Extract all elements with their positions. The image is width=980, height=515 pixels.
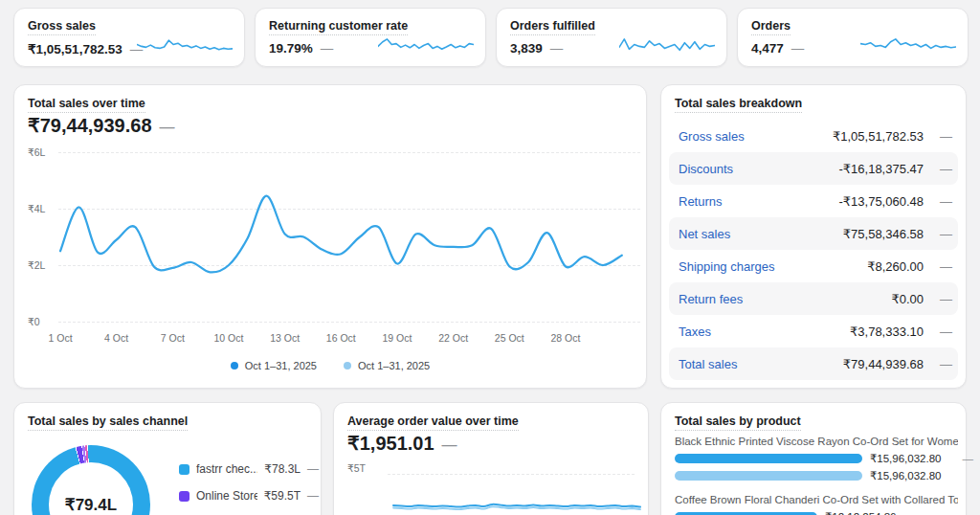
aov-delta: — [442,437,457,453]
gridline [388,474,635,475]
breakdown-row-delta: — [924,259,952,274]
total-sales-line-chart [58,145,640,336]
kpi-title[interactable]: Gross sales [28,19,96,35]
breakdown-row-delta: — [924,194,952,209]
sparkline-chart [860,33,956,57]
product-item: Coffee Brown Floral Chanderi Co-Ord Set … [675,494,958,515]
channel-legend: fastrr chec... ₹78.3L — Online Store ₹59… [179,462,319,515]
product-bar [675,471,862,481]
legend-item[interactable]: Oct 1–31, 2025 [231,360,317,371]
kpi-card: Returning customer rate 19.79%— [255,8,486,67]
legend-swatch [179,464,189,475]
breakdown-title[interactable]: Total sales breakdown [675,97,802,113]
legend-label: Oct 1–31, 2025 [245,360,317,371]
legend-swatch [179,491,189,502]
product-panel: Total sales by product Black Ethnic Prin… [660,402,967,515]
channel-title[interactable]: Total sales by sales channel [28,414,188,431]
y-tick-label: ₹2L [28,259,45,271]
breakdown-panel: Total sales breakdown Gross sales ₹1,05,… [660,84,967,389]
total-sales-delta: — [160,119,175,135]
kpi-delta: — [791,41,805,56]
breakdown-row-value: ₹8,260.00 [867,259,924,274]
breakdown-row-link[interactable]: Net sales [679,227,730,241]
kpi-card: Orders fulfilled 3,839— [496,8,727,67]
donut-center-value: ₹79.4L [65,495,117,515]
product-title[interactable]: Total sales by product [675,414,801,431]
product-name: Coffee Brown Floral Chanderi Co-Ord Set … [675,494,958,505]
breakdown-rows: Gross sales ₹1,05,51,782.53 — Discounts … [669,120,958,380]
kpi-delta: — [550,41,564,56]
product-bar-row: ₹12,12,254.86— [675,510,958,515]
breakdown-row-link[interactable]: Discounts [679,162,733,176]
legend-label: fastrr chec... [196,462,257,476]
product-item: Black Ethnic Printed Viscose Rayon Co-Or… [675,436,958,482]
product-bar-value: ₹15,96,032.80 [870,469,941,482]
breakdown-row-value: -₹13,75,060.48 [838,194,924,209]
kpi-card: Gross sales ₹1,05,51,782.53— [13,8,245,67]
total-sales-value: ₹79,44,939.68 [28,115,152,136]
sparkline-chart [378,33,474,57]
breakdown-row-link[interactable]: Total sales [679,357,737,371]
analytics-dashboard: Gross sales ₹1,05,51,782.53— Returning c… [0,0,980,515]
breakdown-row-value: ₹79,44,939.68 [843,357,924,371]
aov-value: ₹1,951.01 [347,433,434,454]
chart-legend: Oct 1–31, 2025Oct 1–31, 2025 [14,360,646,371]
product-bar-row: ₹15,96,032.80— [675,452,958,465]
legend-value: ₹59.5T [264,489,301,503]
breakdown-row-delta: — [924,357,952,371]
channel-legend-item[interactable]: Online Store ₹59.5T — [179,489,319,503]
breakdown-row-delta: — [924,129,952,144]
breakdown-row-link[interactable]: Shipping charges [679,259,774,274]
aov-panel: Average order value over time ₹1,951.01—… [333,402,649,515]
y-tick-label: ₹6L [28,146,45,158]
legend-item[interactable]: Oct 1–31, 2025 [344,360,430,371]
breakdown-row-delta: — [924,325,952,339]
breakdown-row-value: -₹16,18,375.47 [838,162,924,176]
product-bar [675,454,862,463]
sparkline-chart [137,33,233,57]
product-bar-delta: — [962,453,973,464]
breakdown-row: Return fees ₹0.00 — [669,282,958,315]
breakdown-row: Shipping charges ₹8,260.00 — [669,250,958,282]
product-bar-value: ₹12,12,254.86 [825,510,896,515]
breakdown-row: Net sales ₹75,58,346.58 — [669,217,958,250]
breakdown-row-link[interactable]: Returns [679,194,723,209]
legend-label: Oct 1–31, 2025 [358,360,430,371]
product-list: Black Ethnic Printed Viscose Rayon Co-Or… [675,436,958,515]
y-tick-label: ₹4L [28,203,45,214]
kpi-title[interactable]: Orders fulfilled [510,19,595,35]
breakdown-row-link[interactable]: Return fees [679,292,743,306]
breakdown-row: Gross sales ₹1,05,51,782.53 — [669,120,958,152]
legend-dot-icon [344,362,351,369]
breakdown-row: Total sales ₹79,44,939.68 — [669,347,958,380]
product-bar-value: ₹15,96,032.80 [870,452,941,465]
legend-label: Online Store [196,489,257,503]
total-sales-title[interactable]: Total sales over time [28,97,145,113]
aov-title[interactable]: Average order value over time [347,414,519,431]
breakdown-row-value: ₹75,58,346.58 [843,227,924,241]
breakdown-row-delta: — [924,162,952,176]
breakdown-row-link[interactable]: Gross sales [679,129,745,144]
kpi-value: 19.79% [269,41,313,56]
legend-delta: — [307,489,319,503]
product-name: Black Ethnic Printed Viscose Rayon Co-Or… [675,436,958,447]
breakdown-row: Taxes ₹3,78,333.10 — [669,315,958,347]
kpi-value: 3,839 [510,41,543,56]
kpi-title[interactable]: Orders [751,19,791,35]
product-bar-row: ₹15,96,032.80 [675,469,958,482]
aov-line-chart [388,487,644,515]
kpi-value: ₹1,05,51,782.53 [28,42,122,56]
legend-dot-icon [231,362,238,369]
breakdown-row-delta: — [924,292,952,306]
breakdown-row-delta: — [924,227,952,241]
channel-legend-item[interactable]: fastrr chec... ₹78.3L — [179,462,319,476]
breakdown-row-value: ₹1,05,51,782.53 [833,129,924,144]
kpi-value: 4,477 [751,41,784,56]
sparkline-chart [619,33,715,57]
breakdown-row-value: ₹0.00 [891,292,924,306]
kpi-delta: — [321,41,334,56]
legend-delta: — [307,462,319,476]
breakdown-row-value: ₹3,78,333.10 [850,325,924,339]
aov-y-tick: ₹5T [347,462,366,474]
breakdown-row-link[interactable]: Taxes [679,325,711,339]
